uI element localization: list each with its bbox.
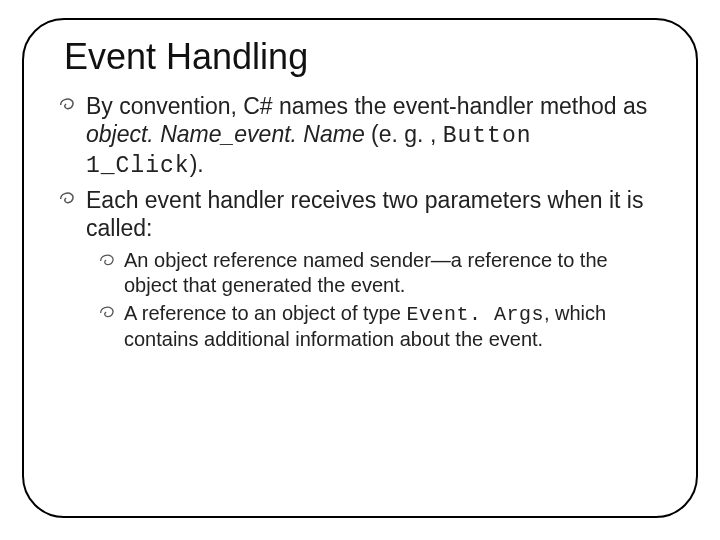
sub-bullet-2-pre: A reference to an object of type [124,302,406,324]
bullet-1-pre: By convention, C# names the event-handle… [86,93,647,119]
sub-bullet-list: An object reference named sender—a refer… [98,248,662,352]
sub-bullet-2: A reference to an object of type Event. … [98,301,662,352]
swirl-icon [98,303,118,323]
bullet-item-2: Each event handler receives two paramete… [58,186,662,352]
bullet-list: By convention, C# names the event-handle… [58,92,662,352]
bullet-1-mid: (e. g. , [365,121,443,147]
bullet-2-text: Each event handler receives two paramete… [86,187,643,241]
bullet-item-1: By convention, C# names the event-handle… [58,92,662,180]
sub-bullet-2-code: Event. Args [406,303,544,326]
swirl-icon [58,95,78,115]
bullet-1-italic: object. Name_event. Name [86,121,365,147]
slide-frame: Event Handling By convention, C# names t… [22,18,698,518]
sub-bullet-1: An object reference named sender—a refer… [98,248,662,297]
slide: Event Handling By convention, C# names t… [0,0,720,540]
swirl-icon [98,251,118,271]
swirl-icon [58,189,78,209]
bullet-1-post: ). [190,151,204,177]
slide-title: Event Handling [64,36,662,78]
sub-bullet-1-text: An object reference named sender—a refer… [124,249,608,295]
